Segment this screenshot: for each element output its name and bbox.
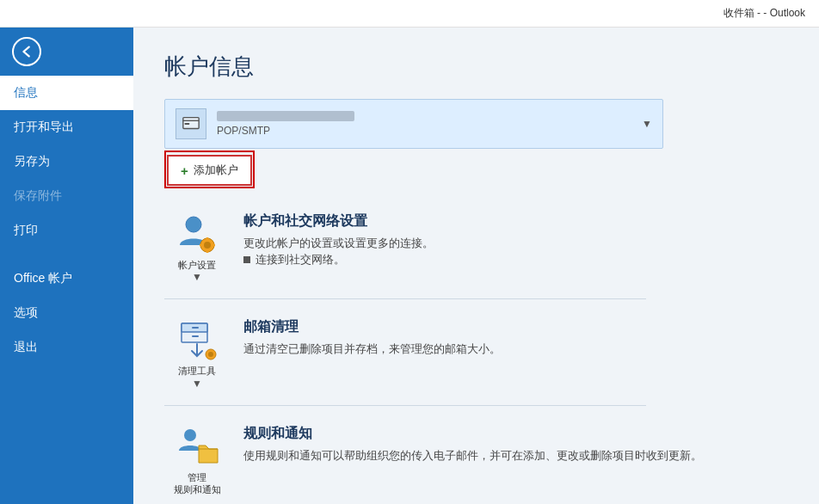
svg-rect-7 — [200, 244, 203, 247]
title-bar: 收件箱 - - Outlook — [0, 0, 819, 28]
svg-rect-12 — [192, 335, 199, 337]
sidebar-item-print[interactable]: 打印 — [0, 213, 133, 248]
svg-point-4 — [204, 242, 211, 249]
sidebar-item-office-account[interactable]: Office 帐户 — [0, 261, 133, 296]
sidebar-nav: 信息 打开和导出 另存为 保存附件 打印 Office 帐户 选项 退出 — [0, 76, 133, 365]
account-name-blurred — [217, 111, 354, 121]
main-layout: 信息 打开和导出 另存为 保存附件 打印 Office 帐户 选项 退出 — [0, 28, 819, 504]
add-account-highlight-box: + 添加帐户 — [164, 151, 255, 188]
dropdown-arrow-icon[interactable]: ▼ — [642, 118, 652, 130]
rules-icon-box: 管理 规则和通知 — [164, 421, 230, 496]
account-settings-title: 帐户和社交网络设置 — [243, 212, 788, 230]
account-settings-desc: 更改此帐户的设置或设置更多的连接。 — [243, 235, 788, 252]
mailbox-cleanup-icon — [175, 318, 219, 363]
mailbox-cleanup-title: 邮箱清理 — [243, 318, 788, 336]
section-item-rules: 管理 规则和通知 规则和通知 使用规则和通知可以帮助组织您的传入电子邮件，并可在… — [164, 421, 788, 496]
section-list: 帐户设置 ▼ 帐户和社交网络设置 更改此帐户的设置或设置更多的连接。 连接到社交… — [164, 209, 788, 495]
account-settings-icon-box: 帐户设置 ▼ — [164, 209, 230, 283]
page-title: 帐户信息 — [164, 52, 788, 82]
mailbox-cleanup-text: 邮箱清理 通过清空已删除项目并存档，来管理您的邮箱大小。 — [243, 315, 788, 358]
sidebar-item-save-as[interactable]: 另存为 — [0, 144, 133, 179]
add-account-row: + 添加帐户 — [164, 151, 663, 188]
sidebar: 信息 打开和导出 另存为 保存附件 打印 Office 帐户 选项 退出 — [0, 28, 133, 504]
rules-title: 规则和通知 — [243, 425, 788, 443]
back-circle-icon — [12, 37, 41, 66]
account-settings-link[interactable]: 连接到社交网络。 — [243, 252, 788, 267]
section-item-mailbox-cleanup: 清理工具 ▼ 邮箱清理 通过清空已删除项目并存档，来管理您的邮箱大小。 — [164, 315, 788, 389]
rules-icon — [175, 425, 219, 470]
account-settings-label: 帐户设置 — [178, 259, 216, 271]
mailbox-cleanup-desc: 通过清空已删除项目并存档，来管理您的邮箱大小。 — [243, 341, 788, 358]
bullet-icon — [243, 256, 250, 263]
section-item-account-settings: 帐户设置 ▼ 帐户和社交网络设置 更改此帐户的设置或设置更多的连接。 连接到社交… — [164, 209, 788, 283]
account-selector[interactable]: POP/SMTP ▼ — [164, 99, 663, 149]
svg-rect-11 — [192, 327, 199, 329]
sidebar-item-open-export[interactable]: 打开和导出 — [0, 110, 133, 144]
rules-label: 管理 规则和通知 — [174, 471, 221, 496]
content-area: 帐户信息 POP/SMTP ▼ + 添加帐户 — [133, 28, 819, 504]
mailbox-cleanup-label: 清理工具 — [178, 365, 216, 377]
svg-point-2 — [186, 217, 201, 232]
account-settings-text: 帐户和社交网络设置 更改此帐户的设置或设置更多的连接。 连接到社交网络。 — [243, 209, 788, 267]
plus-icon: + — [181, 163, 188, 178]
sidebar-item-options[interactable]: 选项 — [0, 296, 133, 330]
account-settings-icon — [175, 212, 219, 257]
add-account-label: 添加帐户 — [194, 163, 238, 178]
svg-rect-1 — [185, 123, 190, 125]
svg-rect-6 — [206, 249, 209, 253]
svg-point-15 — [184, 429, 196, 441]
svg-rect-5 — [206, 237, 209, 241]
account-info: POP/SMTP — [217, 111, 635, 137]
mailbox-cleanup-icon-box: 清理工具 ▼ — [164, 315, 230, 389]
svg-point-14 — [208, 352, 213, 357]
divider-1 — [164, 298, 646, 299]
add-account-button[interactable]: + 添加帐户 — [167, 155, 252, 186]
sidebar-item-info[interactable]: 信息 — [0, 76, 133, 110]
back-button[interactable] — [0, 28, 133, 76]
svg-rect-8 — [212, 244, 215, 247]
account-type: POP/SMTP — [217, 125, 635, 137]
sidebar-item-save-attachment: 保存附件 — [0, 179, 133, 213]
rules-desc: 使用规则和通知可以帮助组织您的传入电子邮件，并可在添加、更改或删除项目时收到更新… — [243, 447, 788, 464]
rules-text: 规则和通知 使用规则和通知可以帮助组织您的传入电子邮件，并可在添加、更改或删除项… — [243, 421, 788, 464]
title-bar-text: 收件箱 - - Outlook — [0, 6, 805, 21]
divider-2 — [164, 405, 646, 406]
sidebar-item-exit[interactable]: 退出 — [0, 330, 133, 365]
account-icon — [176, 108, 206, 139]
